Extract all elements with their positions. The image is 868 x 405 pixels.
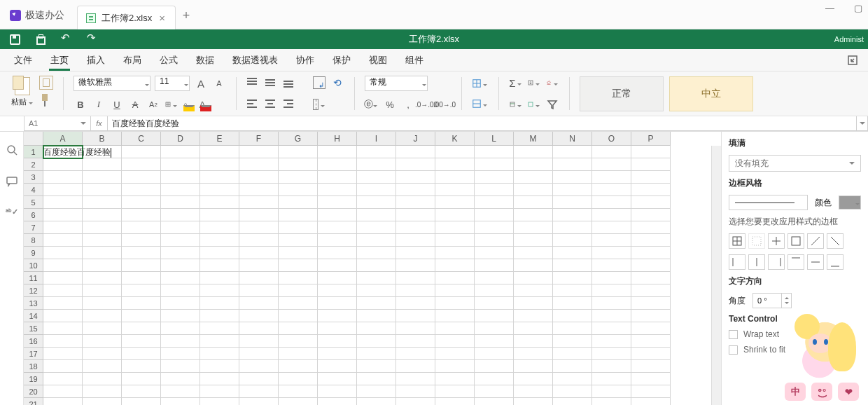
cell-N5[interactable] bbox=[553, 196, 592, 209]
cell-D16[interactable] bbox=[161, 335, 200, 348]
cell-K19[interactable] bbox=[435, 373, 475, 385]
cell-O9[interactable] bbox=[592, 247, 631, 259]
cell-F12[interactable] bbox=[239, 284, 279, 297]
cell-A21[interactable] bbox=[43, 398, 83, 405]
cell-I7[interactable] bbox=[357, 221, 396, 234]
cell-G2[interactable] bbox=[279, 158, 318, 171]
cell-I15[interactable] bbox=[357, 322, 396, 335]
cell-M14[interactable] bbox=[514, 310, 553, 322]
formula-expand-icon[interactable] bbox=[857, 116, 868, 131]
row-header-18[interactable]: 18 bbox=[24, 360, 43, 373]
cell-I19[interactable] bbox=[357, 373, 396, 385]
cell-C19[interactable] bbox=[122, 373, 161, 385]
cell-A14[interactable] bbox=[43, 310, 83, 322]
cell-M10[interactable] bbox=[514, 259, 553, 272]
cell-B18[interactable] bbox=[83, 360, 122, 373]
merge-cells-icon[interactable] bbox=[312, 97, 326, 111]
cell-O10[interactable] bbox=[592, 259, 631, 272]
cell-M16[interactable] bbox=[514, 335, 553, 348]
cell-E21[interactable] bbox=[200, 398, 239, 405]
cell-B10[interactable] bbox=[83, 259, 122, 272]
cell-K2[interactable] bbox=[435, 158, 475, 171]
cell-M3[interactable] bbox=[514, 171, 553, 184]
menu-tab-主页[interactable]: 主页 bbox=[42, 49, 77, 71]
cell-K20[interactable] bbox=[435, 385, 475, 398]
copy-icon[interactable] bbox=[39, 76, 53, 90]
row-header-9[interactable]: 9 bbox=[24, 247, 43, 259]
cell-E15[interactable] bbox=[200, 322, 239, 335]
cell-M5[interactable] bbox=[514, 196, 553, 209]
cell-P6[interactable] bbox=[631, 209, 671, 221]
cell-A5[interactable] bbox=[43, 196, 83, 209]
cell-I9[interactable] bbox=[357, 247, 396, 259]
cell-P14[interactable] bbox=[631, 310, 671, 322]
cell-M7[interactable] bbox=[514, 221, 553, 234]
new-tab-button[interactable]: + bbox=[176, 8, 197, 29]
menu-tab-插入[interactable]: 插入 bbox=[78, 49, 113, 71]
fill-color-button[interactable] bbox=[183, 97, 195, 111]
cell-C5[interactable] bbox=[122, 196, 161, 209]
col-header-M[interactable]: M bbox=[514, 132, 553, 146]
cell-K12[interactable] bbox=[435, 284, 475, 297]
col-header-C[interactable]: C bbox=[122, 132, 161, 146]
cell-P8[interactable] bbox=[631, 234, 671, 247]
cell-G20[interactable] bbox=[279, 385, 318, 398]
cell-N7[interactable] bbox=[553, 221, 592, 234]
name-box[interactable]: A1 bbox=[24, 116, 91, 131]
menu-tab-保护[interactable]: 保护 bbox=[324, 49, 359, 71]
cell-K18[interactable] bbox=[435, 360, 475, 373]
collapse-ribbon-icon[interactable] bbox=[847, 49, 862, 71]
formula-input[interactable]: 百度经验百度经验 bbox=[108, 116, 857, 131]
cell-B5[interactable] bbox=[83, 196, 122, 209]
grid-body[interactable]: 1百度经验百度经验2345678910111213141516171819202… bbox=[24, 146, 711, 405]
cell-D3[interactable] bbox=[161, 171, 200, 184]
row-header-15[interactable]: 15 bbox=[24, 322, 43, 335]
cell-O20[interactable] bbox=[592, 385, 631, 398]
menu-tab-数据透视表[interactable]: 数据透视表 bbox=[224, 49, 286, 71]
cell-L21[interactable] bbox=[475, 398, 514, 405]
menu-tab-布局[interactable]: 布局 bbox=[115, 49, 150, 71]
cell-P9[interactable] bbox=[631, 247, 671, 259]
cell-E4[interactable] bbox=[200, 184, 239, 196]
menu-tab-视图[interactable]: 视图 bbox=[360, 49, 396, 71]
search-icon[interactable] bbox=[6, 144, 18, 158]
col-header-H[interactable]: H bbox=[318, 132, 357, 146]
cell-O21[interactable] bbox=[592, 398, 631, 405]
cell-I13[interactable] bbox=[357, 297, 396, 310]
sort-filter-icon[interactable] bbox=[545, 97, 559, 111]
borders-button[interactable] bbox=[164, 97, 178, 111]
row-header-17[interactable]: 17 bbox=[24, 348, 43, 360]
cell-F17[interactable] bbox=[239, 348, 279, 360]
cell-C16[interactable] bbox=[122, 335, 161, 348]
col-header-J[interactable]: J bbox=[396, 132, 435, 146]
cell-F14[interactable] bbox=[239, 310, 279, 322]
cell-J20[interactable] bbox=[396, 385, 435, 398]
cell-E18[interactable] bbox=[200, 360, 239, 373]
cell-C4[interactable] bbox=[122, 184, 161, 196]
row-header-2[interactable]: 2 bbox=[24, 158, 43, 171]
cell-N17[interactable] bbox=[553, 348, 592, 360]
cell-A18[interactable] bbox=[43, 360, 83, 373]
cell-B16[interactable] bbox=[83, 335, 122, 348]
cell-O7[interactable] bbox=[592, 221, 631, 234]
cell-O13[interactable] bbox=[592, 297, 631, 310]
cell-L15[interactable] bbox=[475, 322, 514, 335]
cell-G16[interactable] bbox=[279, 335, 318, 348]
cell-H12[interactable] bbox=[318, 284, 357, 297]
cell-J3[interactable] bbox=[396, 171, 435, 184]
row-header-13[interactable]: 13 bbox=[24, 297, 43, 310]
align-center-icon[interactable] bbox=[265, 97, 279, 111]
row-header-1[interactable]: 1 bbox=[24, 146, 43, 158]
style-normal[interactable]: 正常 bbox=[580, 76, 664, 111]
menu-tab-协作[interactable]: 协作 bbox=[288, 49, 323, 71]
cell-J11[interactable] bbox=[396, 272, 435, 284]
cell-H13[interactable] bbox=[318, 297, 357, 310]
cell-B2[interactable] bbox=[83, 158, 122, 171]
cell-I11[interactable] bbox=[357, 272, 396, 284]
maximize-button[interactable]: ▢ bbox=[854, 3, 862, 13]
cell-D6[interactable] bbox=[161, 209, 200, 221]
cell-F11[interactable] bbox=[239, 272, 279, 284]
cell-O1[interactable] bbox=[592, 146, 631, 158]
cell-J17[interactable] bbox=[396, 348, 435, 360]
cell-A6[interactable] bbox=[43, 209, 83, 221]
